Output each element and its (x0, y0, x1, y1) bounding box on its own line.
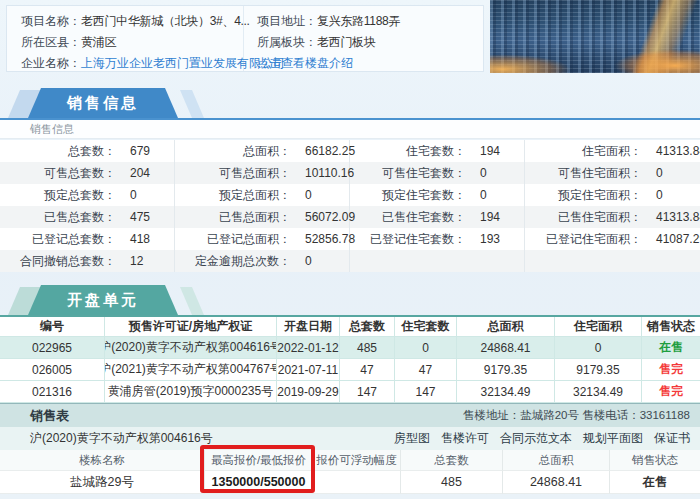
certificate-number: 沪(2020)黄字不动产权第004616号 (30, 430, 213, 447)
stat-value: 0 (291, 254, 349, 268)
stat-pair: 已登记住宅套数：193 (350, 228, 525, 250)
sales-office-info: 售楼地址：盐城路20号 售楼电话：33161188 (463, 408, 690, 423)
intro-link[interactable]: 点击查看楼盘介绍 (257, 56, 353, 70)
block-label: 所属板块： (257, 35, 317, 49)
address-row: 项目地址：复兴东路1188弄 (257, 11, 483, 32)
stat-label: 预定总套数： (0, 187, 116, 204)
company-row: 企业名称：上海万业企业老西门置业发展有限公司 (21, 53, 243, 74)
header-cell-residential-units: 住宅套数 (395, 317, 457, 337)
certificate-band: 沪(2020)黄字不动产权第004616号 房型图 售楼许可 合同示范文本 规划… (0, 427, 700, 450)
sales-info-row: 已登记总套数：418 已登记总面积：52856.78 已登记住宅套数：193 已… (0, 228, 700, 250)
stat-value: 0 (116, 188, 174, 202)
company-label: 企业名称： (21, 56, 81, 70)
stat-label: 已售住宅套数： (350, 209, 466, 226)
stat-pair: 预定总套数：0 (0, 184, 175, 206)
unit-row: 022965 沪(2020)黄字不动产权第004616号 2022-01-12 … (0, 337, 700, 359)
stat-value: 0 (291, 188, 349, 202)
tab-tail-shape (180, 90, 204, 118)
sales-info-row: 总套数：679 总面积：66182.25 住宅套数：194 住宅面积：41313… (0, 140, 700, 162)
doc-link-planning-map[interactable]: 规划平面图 (583, 430, 643, 447)
stat-pair: 合同撤销总套数：12 (0, 250, 175, 272)
serial-cell: 026005 (0, 359, 105, 381)
doc-link-floorplan[interactable]: 房型图 (394, 430, 430, 447)
intro-row: 点击查看楼盘介绍 (257, 53, 483, 74)
header-cell-open-date: 开盘日期 (277, 317, 340, 337)
stat-value: 56072.09 (291, 210, 349, 224)
units-header-row: 编号 预售许可证/房地产权证 开盘日期 总套数 住宅套数 总面积 住宅面积 销售… (0, 317, 700, 337)
doc-link-sales-permit[interactable]: 售楼许可 (441, 430, 489, 447)
project-photo (490, 0, 700, 73)
doc-link-contract-template[interactable]: 合同示范文本 (500, 430, 572, 447)
opening-units-tab-title: 开盘单元 (28, 285, 178, 315)
doc-link-guarantee[interactable]: 保证书 (654, 430, 690, 447)
stat-pair (525, 250, 700, 272)
units-table: 编号 预售许可证/房地产权证 开盘日期 总套数 住宅套数 总面积 住宅面积 销售… (0, 317, 700, 403)
tab-tail-shape (180, 287, 204, 315)
document-links: 房型图 售楼许可 合同示范文本 规划平面图 保证书 (394, 430, 690, 447)
stat-label: 总套数： (0, 143, 116, 160)
stat-pair: 总面积：66182.25 (175, 140, 350, 162)
stat-pair: 已售总套数：475 (0, 206, 175, 228)
stat-value: 193 (466, 232, 524, 246)
stat-label: 总面积： (175, 143, 291, 160)
stat-label: 已登记住宅套数： (350, 231, 466, 248)
stat-value: 41313.84 (642, 210, 700, 224)
stat-label: 已登记总面积： (175, 231, 291, 248)
price-cell: 1350000/550000 (205, 471, 313, 494)
block-value: 老西门板块 (317, 35, 376, 49)
stat-value: 418 (116, 232, 174, 246)
header-cell-total-area: 总面积 (457, 317, 555, 337)
sales-info-grid: 总套数：679 总面积：66182.25 住宅套数：194 住宅面积：41313… (0, 140, 700, 272)
stat-pair: 可售总套数：204 (0, 162, 175, 184)
permit-cell: 黄浦房管(2019)预字0000235号 (105, 381, 277, 403)
project-name-row: 项目名称：老西门中华新城（北块）3#、4... (21, 11, 243, 32)
project-info-right-column: 项目地址：复兴东路1188弄 所属板块：老西门板块 点击查看楼盘介绍 (244, 6, 483, 71)
residential-area-cell: 32134.49 (555, 381, 642, 403)
project-name-value: 老西门中华新城（北块）3#、4... (81, 14, 250, 28)
date-cell: 2021-07-11 (277, 359, 340, 381)
header-cell-float-range: 报价可浮动幅度 (313, 450, 401, 471)
total-units-cell: 485 (340, 337, 395, 359)
status-badge: 在售 (642, 337, 700, 359)
residential-units-cell: 147 (395, 381, 457, 403)
header-cell-permit: 预售许可证/房地产权证 (105, 317, 277, 337)
project-name-label: 项目名称： (21, 14, 81, 28)
address-value: 复兴东路1188弄 (317, 14, 400, 28)
stat-value: 475 (116, 210, 174, 224)
sales-info-row: 可售总套数：204 可售总面积：10110.16 可售住宅套数：0 可售住宅面积… (0, 162, 700, 184)
stat-pair: 已登记总面积：52856.78 (175, 228, 350, 250)
stat-pair: 已登记总套数：418 (0, 228, 175, 250)
stat-label: 预定总面积： (175, 187, 291, 204)
status-badge: 售完 (642, 359, 700, 381)
stat-label: 已售总套数： (0, 209, 116, 226)
unit-row: 026005 沪(2021)黄字不动产权第004767号 2021-07-11 … (0, 359, 700, 381)
stat-pair: 可售住宅面积：0 (525, 162, 700, 184)
address-label: 项目地址： (257, 14, 317, 28)
stat-pair: 预定总面积：0 (175, 184, 350, 206)
stat-pair: 预定住宅面积：0 (525, 184, 700, 206)
stat-pair: 已售总面积：56072.09 (175, 206, 350, 228)
header-cell-total-units: 总套数 (340, 317, 395, 337)
stat-label: 可售住宅面积： (525, 165, 642, 182)
stat-value: 41087.29 (642, 232, 700, 246)
price-table-header-row: 楼栋名称 最高报价/最低报价 报价可浮动幅度 总套数 总面积 销售状态 (0, 450, 700, 471)
stat-label: 已登记住宅面积： (525, 231, 642, 248)
stat-pair: 预定住宅套数：0 (350, 184, 525, 206)
stat-label: 预定住宅面积： (525, 187, 642, 204)
residential-area-cell: 9179.35 (555, 359, 642, 381)
date-cell: 2019-09-29 (277, 381, 340, 403)
status-badge: 在售 (610, 471, 700, 494)
district-row: 所在区县：黄浦区 (21, 32, 243, 53)
sales-table-title: 销售表 (30, 407, 69, 425)
serial-cell: 021316 (0, 381, 105, 403)
stat-label: 已登记总套数： (0, 231, 116, 248)
stat-pair: 已登记住宅面积：41087.29 (525, 228, 700, 250)
stat-pair: 定金逾期总次数：0 (175, 250, 350, 272)
total-units-cell: 47 (340, 359, 395, 381)
header-cell-status: 销售状态 (642, 317, 700, 337)
project-info-panel: 项目名称：老西门中华新城（北块）3#、4... 所在区县：黄浦区 企业名称：上海… (6, 5, 484, 72)
stat-pair: 总套数：679 (0, 140, 175, 162)
stat-value: 52856.78 (291, 232, 349, 246)
stat-label: 已售总面积： (175, 209, 291, 226)
permit-cell: 沪(2021)黄字不动产权第004767号 (105, 359, 277, 381)
